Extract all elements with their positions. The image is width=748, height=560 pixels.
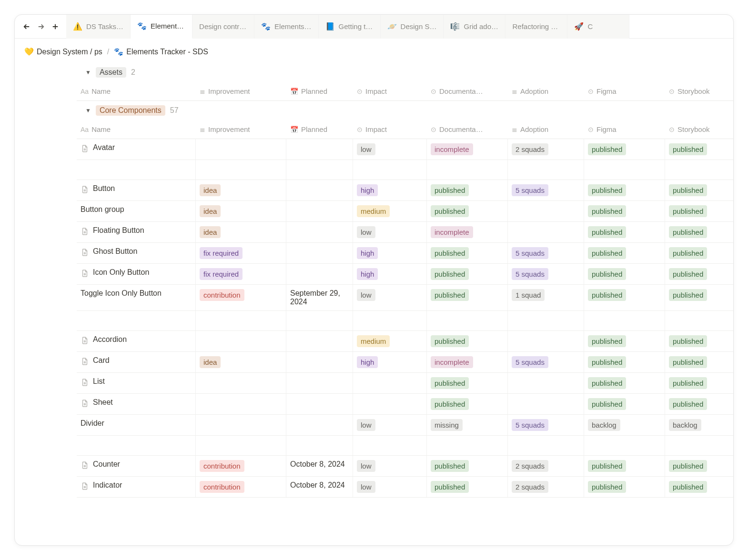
cell-name[interactable]: Accordion (77, 331, 196, 351)
cell-adoption[interactable]: 2 squads (508, 456, 584, 476)
cell-adoption[interactable]: 5 squads (508, 415, 584, 435)
cell-documentation[interactable]: published (427, 394, 508, 414)
cell-improvement[interactable]: idea (196, 201, 286, 221)
cell-figma[interactable]: published (584, 373, 665, 393)
cell-documentation[interactable]: published (427, 285, 508, 310)
breadcrumb-root[interactable]: 💛 Design System / ps (24, 47, 102, 56)
cell-figma[interactable]: published (584, 264, 665, 284)
cell-adoption[interactable] (508, 201, 584, 221)
cell-name[interactable]: Sheet (77, 394, 196, 414)
table-row[interactable]: Cardideahighincomplete5 squadspublishedp… (77, 352, 733, 373)
disclosure-icon[interactable]: ▼ (85, 107, 91, 114)
cell-documentation[interactable]: missing (427, 415, 508, 435)
cell-impact[interactable]: low (353, 285, 427, 310)
cell-storybook[interactable]: published (665, 456, 733, 476)
column-planned[interactable]: 📅Planned (286, 82, 353, 100)
forward-button[interactable] (34, 20, 48, 34)
cell-improvement[interactable]: fix required (196, 264, 286, 284)
cell-impact[interactable]: high (353, 180, 427, 200)
cell-documentation[interactable]: incomplete (427, 352, 508, 372)
column-improvement[interactable]: ≣Improvement (196, 120, 286, 139)
cell-name[interactable]: Button (77, 180, 196, 200)
cell-figma[interactable]: published (584, 352, 665, 372)
cell-storybook[interactable]: published (665, 285, 733, 310)
cell-figma[interactable]: published (584, 139, 665, 160)
cell-improvement[interactable]: contribution (196, 285, 286, 310)
cell-improvement[interactable]: idea (196, 180, 286, 200)
cell-figma[interactable]: published (584, 331, 665, 351)
cell-name[interactable]: Button group (77, 201, 196, 221)
cell-storybook[interactable]: backlog (665, 415, 733, 435)
cell-planned[interactable]: October 8, 2024 (286, 456, 353, 476)
cell-name[interactable]: Divider (77, 415, 196, 435)
cell-planned[interactable]: October 8, 2024 (286, 477, 353, 497)
cell-planned[interactable] (286, 201, 353, 221)
cell-storybook[interactable]: published (665, 373, 733, 393)
cell-impact[interactable]: high (353, 243, 427, 263)
cell-name[interactable]: Card (77, 352, 196, 372)
cell-name[interactable]: List (77, 373, 196, 393)
cell-name[interactable]: Floating Button (77, 222, 196, 242)
cell-documentation[interactable]: published (427, 477, 508, 497)
table-row[interactable]: Ghost Buttonfix requiredhighpublished5 s… (77, 243, 733, 264)
column-planned[interactable]: 📅Planned (286, 120, 353, 139)
cell-figma[interactable]: published (584, 477, 665, 497)
cell-planned[interactable] (286, 243, 353, 263)
cell-name[interactable]: Indicator (77, 477, 196, 497)
cell-impact[interactable]: medium (353, 331, 427, 351)
cell-storybook[interactable]: published (665, 394, 733, 414)
cell-improvement[interactable] (196, 139, 286, 160)
cell-planned[interactable] (286, 264, 353, 284)
table-row[interactable]: Toggle Icon Only ButtoncontributionSepte… (77, 285, 733, 311)
cell-improvement[interactable]: fix required (196, 243, 286, 263)
column-figma[interactable]: ⊙Figma (584, 120, 665, 139)
cell-adoption[interactable]: 2 squads (508, 477, 584, 497)
cell-adoption[interactable] (508, 394, 584, 414)
cell-adoption[interactable]: 2 squads (508, 139, 584, 160)
cell-storybook[interactable]: published (665, 477, 733, 497)
cell-adoption[interactable] (508, 222, 584, 242)
cell-planned[interactable] (286, 373, 353, 393)
cell-impact[interactable]: low (353, 415, 427, 435)
tab-2[interactable]: Design contr… (192, 15, 254, 39)
cell-name[interactable]: Counter (77, 456, 196, 476)
cell-documentation[interactable]: published (427, 201, 508, 221)
table-row[interactable]: Sheetpublishedpublishedpublished (77, 394, 733, 415)
cell-improvement[interactable] (196, 331, 286, 351)
cell-planned[interactable] (286, 222, 353, 242)
cell-storybook[interactable]: published (665, 180, 733, 200)
cell-improvement[interactable] (196, 394, 286, 414)
tab-0[interactable]: ⚠️DS Tasks… (66, 15, 131, 39)
cell-planned[interactable] (286, 331, 353, 351)
tab-4[interactable]: 📘Getting t… (319, 15, 381, 39)
cell-figma[interactable]: published (584, 201, 665, 221)
cell-improvement[interactable]: idea (196, 222, 286, 242)
cell-adoption[interactable]: 1 squad (508, 285, 584, 310)
table-row[interactable]: Button groupideamediumpublishedpublished… (77, 201, 733, 222)
cell-adoption[interactable]: 5 squads (508, 180, 584, 200)
column-improvement[interactable]: ≣Improvement (196, 82, 286, 100)
cell-storybook[interactable]: published (665, 222, 733, 242)
cell-planned[interactable]: September 29, 2024 (286, 285, 353, 310)
cell-documentation[interactable]: published (427, 243, 508, 263)
cell-storybook[interactable]: published (665, 201, 733, 221)
cell-impact[interactable]: high (353, 352, 427, 372)
tab-5[interactable]: 🪐Design S… (381, 15, 444, 39)
column-impact[interactable]: ⊙Impact (353, 82, 427, 100)
cell-figma[interactable]: published (584, 285, 665, 310)
table-row[interactable]: Avatarlowincomplete2 squadspublishedpubl… (77, 139, 733, 160)
cell-documentation[interactable]: published (427, 264, 508, 284)
table-row[interactable]: IndicatorcontributionOctober 8, 2024lowp… (77, 477, 733, 498)
cell-documentation[interactable]: published (427, 456, 508, 476)
cell-planned[interactable] (286, 394, 353, 414)
cell-storybook[interactable]: published (665, 331, 733, 351)
cell-impact[interactable]: low (353, 456, 427, 476)
table-row[interactable]: Buttonideahighpublished5 squadspublished… (77, 180, 733, 201)
disclosure-icon[interactable]: ▼ (85, 69, 91, 76)
cell-documentation[interactable]: incomplete (427, 222, 508, 242)
cell-figma[interactable]: published (584, 456, 665, 476)
cell-planned[interactable] (286, 180, 353, 200)
cell-impact[interactable]: low (353, 477, 427, 497)
cell-improvement[interactable]: contribution (196, 456, 286, 476)
cell-improvement[interactable] (196, 415, 286, 435)
